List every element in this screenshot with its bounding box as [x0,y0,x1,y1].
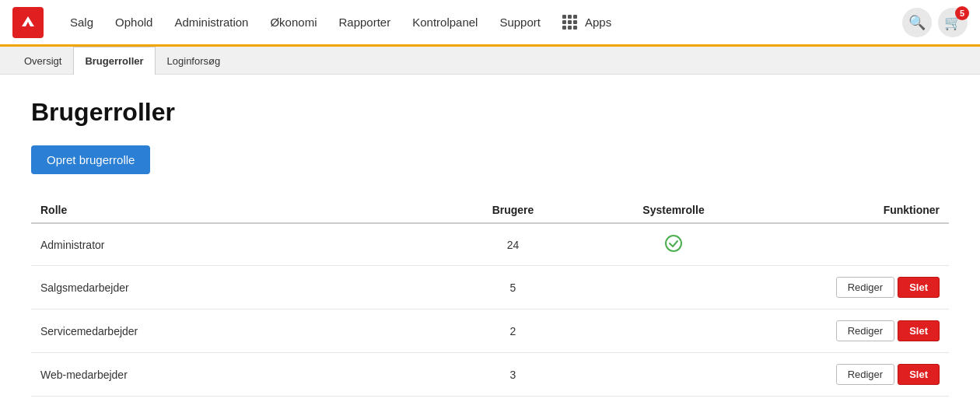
action-group: RedigerSlet [775,364,940,385]
nav-links: Salg Ophold Administration Økonomi Rappo… [59,0,902,46]
sub-navigation: Oversigt Brugerroller Loginforsøg [0,47,980,75]
cell-rolle: Administrator [31,223,444,266]
svg-point-1 [666,236,681,251]
slet-button[interactable]: Slet [898,320,940,341]
create-role-button[interactable]: Opret brugerrolle [31,145,150,174]
cell-systemrolle [582,223,765,266]
top-navigation: Salg Ophold Administration Økonomi Rappo… [0,0,980,47]
cell-rolle: Web-medarbejder [31,353,444,397]
cart-button[interactable]: 🛒 5 [938,8,968,37]
cell-funktioner: RedigerSlet [765,266,949,309]
subnav-oversigt[interactable]: Oversigt [12,47,73,75]
cell-brugere: 5 [444,266,582,309]
cell-systemrolle [582,353,765,397]
main-content: Brugerroller Opret brugerrolle Rolle Bru… [0,75,980,402]
cart-badge: 5 [955,6,969,20]
header-rolle: Rolle [31,198,444,223]
cell-brugere: 2 [444,309,582,353]
header-systemrolle: Systemrolle [582,198,765,223]
slet-button[interactable]: Slet [898,277,940,298]
check-icon [665,235,682,252]
cell-brugere: 24 [444,223,582,266]
table-row: Salgsmedarbejder5RedigerSlet [31,266,949,309]
nav-kontrolpanel[interactable]: Kontrolpanel [401,0,488,46]
action-group: RedigerSlet [775,277,940,298]
nav-okonomi[interactable]: Økonomi [259,0,327,46]
cell-funktioner: RedigerSlet [765,309,949,353]
roles-table: Rolle Brugere Systemrolle Funktioner Adm… [31,198,949,397]
action-group: RedigerSlet [775,320,940,341]
nav-ophold[interactable]: Ophold [104,0,163,46]
logo[interactable] [12,7,44,38]
cell-funktioner: RedigerSlet [765,353,949,397]
table-body: Administrator24 Salgsmedarbejder5Rediger… [31,223,949,397]
nav-rapporter[interactable]: Rapporter [327,0,401,46]
nav-apps[interactable]: Apps [551,0,622,46]
header-brugere: Brugere [444,198,582,223]
svg-rect-0 [18,12,38,33]
cell-systemrolle [582,266,765,309]
search-icon: 🔍 [908,14,926,31]
rediger-button[interactable]: Rediger [836,364,895,385]
slet-button[interactable]: Slet [898,364,940,385]
table-row: Administrator24 [31,223,949,266]
grid-icon [562,15,577,30]
cell-funktioner [765,223,949,266]
table-row: Web-medarbejder3RedigerSlet [31,353,949,397]
subnav-brugerroller[interactable]: Brugerroller [73,47,155,75]
cell-rolle: Salgsmedarbejder [31,266,444,309]
cell-rolle: Servicemedarbejder [31,309,444,353]
nav-salg[interactable]: Salg [59,0,104,46]
subnav-loginforsog[interactable]: Loginforsøg [156,47,233,75]
search-button[interactable]: 🔍 [902,8,932,37]
nav-administration[interactable]: Administration [163,0,259,46]
rediger-button[interactable]: Rediger [836,320,895,341]
nav-support[interactable]: Support [488,0,551,46]
header-funktioner: Funktioner [765,198,949,223]
page-title: Brugerroller [31,98,949,127]
cell-brugere: 3 [444,353,582,397]
rediger-button[interactable]: Rediger [836,277,895,298]
table-header: Rolle Brugere Systemrolle Funktioner [31,198,949,223]
table-row: Servicemedarbejder2RedigerSlet [31,309,949,353]
nav-right: 🔍 🛒 5 [902,8,968,37]
cell-systemrolle [582,309,765,353]
